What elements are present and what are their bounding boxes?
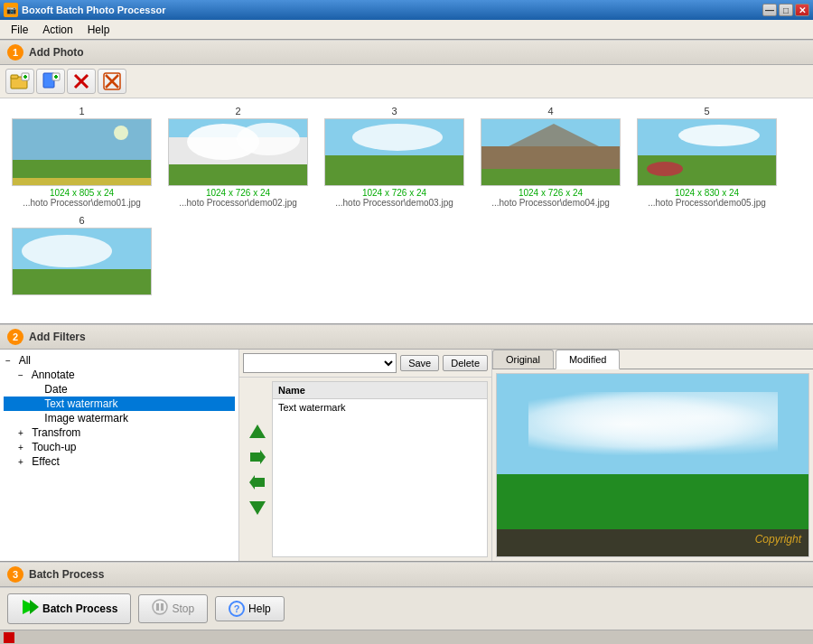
filter-list-item-1[interactable]: Text watermark <box>273 399 487 415</box>
section-number-2: 2 <box>7 329 23 345</box>
menu-help[interactable]: Help <box>80 22 117 38</box>
svg-rect-22 <box>169 164 308 186</box>
tree-item-transform[interactable]: + Transfrom <box>4 425 235 440</box>
photo-path-5: ...hoto Processor\demo05.jpg <box>648 198 766 208</box>
tree-item-text-watermark[interactable]: Text watermark <box>4 397 235 411</box>
photo-path-3: ...hoto Processor\demo03.jpg <box>335 198 453 208</box>
tree-item-touchup[interactable]: + Touch-up <box>4 440 235 454</box>
minimize-button[interactable]: — <box>762 4 777 16</box>
expand-icon-touchup: + <box>18 443 29 453</box>
preview-image: Copyright <box>496 373 809 557</box>
svg-point-21 <box>237 123 300 155</box>
photo-item-6[interactable]: 6 <box>7 215 156 297</box>
title-bar: 📷 Boxoft Batch Photo Processor — □ ✕ <box>0 0 813 20</box>
photo-gallery: 1 1024 x 805 x 24 ...hoto Processor\demo… <box>0 98 813 324</box>
photo-thumb-4 <box>481 118 621 186</box>
expand-icon-effect: + <box>18 457 29 467</box>
photo-size-1: 1024 x 805 x 24 <box>50 188 114 198</box>
tree-item-image-watermark[interactable]: Image watermark <box>4 411 235 425</box>
svg-marker-40 <box>249 501 266 515</box>
svg-marker-42 <box>30 600 39 614</box>
svg-rect-28 <box>481 169 621 186</box>
photo-num-4: 4 <box>547 106 553 117</box>
photo-item-2[interactable]: 2 1024 x 726 x 24 ...hoto Processor\demo… <box>164 106 313 208</box>
svg-point-33 <box>647 162 683 176</box>
menu-action[interactable]: Action <box>35 22 79 38</box>
menu-bar: File Action Help <box>0 20 813 40</box>
close-button[interactable]: ✕ <box>795 4 809 16</box>
preview-panel: Original Modified Copyright <box>492 350 813 561</box>
title-bar-buttons: — □ ✕ <box>762 4 809 16</box>
add-folder-button[interactable] <box>5 69 34 94</box>
move-up-button[interactable] <box>247 421 268 443</box>
svg-rect-14 <box>13 119 152 160</box>
svg-rect-36 <box>13 269 152 295</box>
stop-icon <box>152 599 168 619</box>
svg-point-43 <box>153 600 167 614</box>
clear-icon <box>102 71 122 91</box>
svg-rect-27 <box>481 146 621 169</box>
save-filter-button[interactable]: Save <box>400 355 439 371</box>
filter-body: Name Text watermark <box>239 378 491 561</box>
title-bar-left: 📷 Boxoft Batch Photo Processor <box>4 3 166 17</box>
expand-icon-transform: + <box>18 428 29 438</box>
photo-toolbar <box>0 65 813 98</box>
batch-process-header: 3 Batch Process <box>0 562 813 587</box>
svg-point-24 <box>352 124 443 151</box>
maximize-button[interactable]: □ <box>779 4 793 16</box>
photo-path-4: ...hoto Processor\demo04.jpg <box>491 198 610 208</box>
move-right-button[interactable] <box>247 446 268 468</box>
batch-process-button[interactable]: Batch Process <box>7 593 131 624</box>
tree-item-date[interactable]: Date <box>4 382 235 397</box>
move-down-button[interactable] <box>247 497 268 518</box>
add-filters-title: Add Filters <box>29 331 86 343</box>
add-filters-header: 2 Add Filters <box>0 324 813 350</box>
filters-section: − All − Annotate Date Text watermark Ima… <box>0 350 813 562</box>
svg-rect-16 <box>13 160 152 178</box>
menu-file[interactable]: File <box>4 22 35 38</box>
stop-button[interactable]: Stop <box>138 594 208 623</box>
help-icon: ? <box>229 601 245 617</box>
photo-path-2: ...hoto Processor\demo02.jpg <box>179 198 297 208</box>
photo-num-6: 6 <box>79 215 84 226</box>
filter-preset-dropdown[interactable] <box>243 353 397 373</box>
photo-item-5[interactable]: 5 1024 x 830 x 24 ...hoto Processor\demo… <box>632 106 781 208</box>
filter-top-bar: Save Delete <box>239 350 491 378</box>
svg-point-15 <box>114 126 128 140</box>
help-button[interactable]: ? Help <box>215 596 285 621</box>
svg-marker-38 <box>250 450 266 464</box>
svg-marker-39 <box>249 475 265 490</box>
tree-item-annotate[interactable]: − Annotate <box>4 368 235 382</box>
filter-list-header: Name <box>273 382 487 399</box>
photo-thumb-3 <box>324 118 464 186</box>
preview-background: Copyright <box>497 374 808 556</box>
photo-num-1: 1 <box>79 106 84 117</box>
delete-filter-button[interactable]: Delete <box>443 355 488 371</box>
move-left-button[interactable] <box>247 471 268 493</box>
add-photo-header: 1 Add Photo <box>0 40 813 65</box>
clear-button[interactable] <box>98 69 126 94</box>
arrow-buttons <box>247 421 268 518</box>
stop-label: Stop <box>172 602 194 615</box>
photo-item-1[interactable]: 1 1024 x 805 x 24 ...hoto Processor\demo… <box>7 106 156 208</box>
add-photo-title: Add Photo <box>29 46 84 59</box>
photo-size-4: 1024 x 726 x 24 <box>519 188 583 198</box>
remove-button[interactable] <box>67 69 96 94</box>
photo-num-5: 5 <box>704 106 709 117</box>
filter-actions-panel: Save Delete <box>239 350 492 561</box>
tree-item-all[interactable]: − All <box>4 353 235 368</box>
status-icon[interactable] <box>4 632 14 643</box>
tab-original[interactable]: Original <box>492 350 554 369</box>
add-file-icon <box>41 71 61 91</box>
photo-item-4[interactable]: 4 1024 x 726 x 24 ...hoto Processor\demo… <box>476 106 625 208</box>
photo-item-3[interactable]: 3 1024 x 726 x 24 ...hoto Processor\demo… <box>320 106 469 208</box>
batch-toolbar: Batch Process Stop ? Help <box>0 587 813 630</box>
photo-num-2: 2 <box>235 106 240 117</box>
tree-item-effect[interactable]: + Effect <box>4 454 235 469</box>
remove-icon <box>71 71 91 91</box>
tab-modified[interactable]: Modified <box>556 350 621 369</box>
add-file-button[interactable] <box>36 69 65 94</box>
help-label: Help <box>248 602 271 615</box>
preview-tabs: Original Modified <box>492 350 813 369</box>
filter-tree: − All − Annotate Date Text watermark Ima… <box>0 350 239 561</box>
